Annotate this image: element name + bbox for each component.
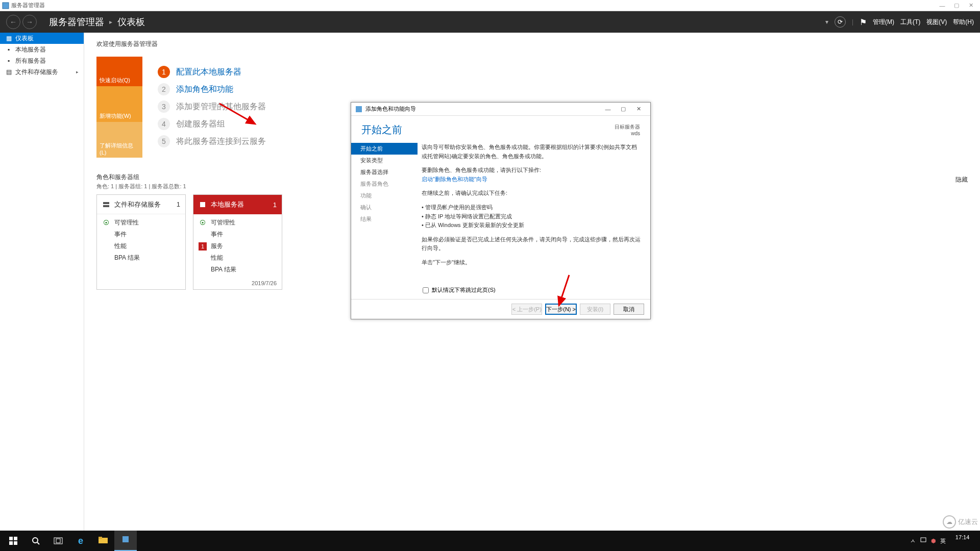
step-connect-cloud[interactable]: 5 将此服务器连接到云服务 [158, 135, 266, 147]
wizard-nav-before-begin[interactable]: 开始之前 [351, 143, 418, 155]
sidebar-item-local-server[interactable]: ▪ 本地服务器 [0, 44, 84, 55]
server-icon: ▪ [5, 46, 12, 53]
wizard-heading: 开始之前 [361, 123, 402, 137]
wizard-text: 该向导可帮助你安装角色、角色服务或功能。你需要根据组织的计算要求(例如共享文档或… [422, 143, 641, 161]
wizard-target-info: 目标服务器 wds [615, 123, 640, 136]
card-line: 可管理性 [114, 218, 139, 227]
pipe-sep: | [852, 18, 853, 26]
wizard-text: 要删除角色、角色服务或功能，请执行以下操作: [422, 167, 541, 173]
tray-clock[interactable]: 17:14 2019/7/26 [950, 534, 975, 547]
card-line: 可管理性 [211, 218, 235, 227]
remove-roles-link[interactable]: 启动"删除角色和功能"向导 [422, 176, 487, 182]
breadcrumb-root[interactable]: 服务器管理器 [49, 16, 104, 28]
app-icon [2, 2, 9, 9]
menu-help[interactable]: 帮助(H) [953, 18, 974, 27]
step-label: 添加要管理的其他服务器 [176, 102, 266, 112]
step-add-servers[interactable]: 3 添加要管理的其他服务器 [158, 101, 266, 113]
step-number: 1 [158, 66, 170, 78]
sidebar-item-label: 文件和存储服务 [15, 68, 58, 77]
wizard-close-button[interactable]: ✕ [631, 104, 646, 114]
skip-page-label: 默认情况下将跳过此页(S) [432, 286, 496, 294]
breadcrumb-current: 仪表板 [117, 16, 145, 28]
taskbar-server-manager[interactable] [114, 531, 137, 551]
step-add-roles[interactable]: 2 添加角色和功能 [158, 83, 266, 95]
taskbar-ie[interactable]: e [69, 531, 92, 551]
sidebar-item-dashboard[interactable]: ▦ 仪表板 [0, 33, 84, 44]
wizard-text: 在继续之前，请确认完成以下任务: [422, 189, 641, 198]
servers-icon: ▪ [5, 57, 12, 64]
svg-rect-1 [103, 202, 109, 204]
card-title: 本地服务器 [211, 200, 244, 209]
prev-button: < 上一步(P) [511, 304, 542, 315]
next-button[interactable]: 下一步(N) > [545, 304, 577, 315]
wizard-bullet: 已从 Windows 更新安装最新的安全更新 [422, 221, 641, 230]
watermark: ☁ 亿速云 [943, 515, 978, 529]
tile-label: 了解详细信息(L) [100, 142, 139, 156]
tray-sound-icon[interactable]: ⬢ [931, 538, 936, 544]
windows-icon [9, 537, 17, 545]
storage-icon [102, 201, 110, 209]
card-count: 1 [177, 201, 180, 208]
card-timestamp: 2019/7/26 [193, 278, 282, 289]
target-label: 目标服务器 [615, 123, 640, 131]
wizard-maximize-button[interactable]: ▢ [616, 104, 631, 114]
cancel-button[interactable]: 取消 [614, 304, 644, 315]
notifications-flag-icon[interactable]: ⚑ [860, 17, 867, 27]
wizard-nav-features: 功能 [351, 190, 418, 202]
quickstart-steps: 1 配置此本地服务器 2 添加角色和功能 3 添加要管理的其他服务器 4 创建服… [142, 57, 266, 158]
storage-icon: ▤ [5, 68, 12, 76]
tile-quickstart[interactable]: 快速启动(Q) [96, 57, 142, 86]
wizard-nav-install-type[interactable]: 安装类型 [351, 155, 418, 166]
step-configure-server[interactable]: 1 配置此本地服务器 [158, 66, 266, 78]
search-button[interactable] [24, 531, 47, 551]
start-button[interactable] [2, 531, 24, 551]
minimize-button[interactable]: — [935, 1, 949, 10]
quickstart-tiles: 快速启动(Q) 新增功能(W) 了解详细信息(L) [96, 57, 142, 158]
install-button: 安装(I) [580, 304, 610, 315]
svg-rect-3 [200, 202, 205, 207]
svg-line-12 [37, 542, 39, 544]
svg-rect-0 [3, 3, 9, 9]
forward-button[interactable]: → [22, 15, 37, 29]
step-label: 添加角色和功能 [176, 84, 233, 95]
taskbar-explorer[interactable] [92, 531, 114, 551]
tile-label: 快速启动(Q) [100, 77, 130, 84]
wizard-minimize-button[interactable]: — [600, 104, 616, 114]
step-create-group[interactable]: 4 创建服务器组 [158, 118, 266, 130]
tray-ime[interactable]: 英 [940, 537, 946, 545]
skip-page-checkbox[interactable] [423, 287, 429, 293]
maximize-button[interactable]: ▢ [949, 1, 964, 10]
wizard-nav-results: 结果 [351, 213, 418, 225]
wizard-icon [355, 106, 362, 113]
menu-tools[interactable]: 工具(T) [900, 18, 920, 27]
tile-learnmore[interactable]: 了解详细信息(L) [96, 122, 142, 158]
role-card-local-server[interactable]: 本地服务器 1 ⦿可管理性 事件 1服务 性能 BPA 结果 2019/7/26 [193, 194, 282, 290]
task-view-button[interactable] [47, 531, 69, 551]
error-badge: 1 [199, 242, 207, 251]
tile-whatsnew[interactable]: 新增功能(W) [96, 86, 142, 122]
sidebar-item-file-storage[interactable]: ▤ 文件和存储服务 ▸ [0, 66, 84, 78]
server-icon [199, 201, 207, 209]
back-button[interactable]: ← [6, 15, 20, 29]
close-button[interactable]: ✕ [964, 1, 978, 10]
card-title: 文件和存储服务 [114, 200, 161, 209]
wizard-nav-server-select[interactable]: 服务器选择 [351, 166, 418, 178]
chevron-right-icon: ▸ [76, 69, 79, 74]
menu-view[interactable]: 视图(V) [926, 18, 947, 27]
step-label: 创建服务器组 [176, 119, 225, 130]
system-tray: ㅅ ⬢ 英 17:14 2019/7/26 [910, 534, 978, 547]
tray-overflow-icon[interactable]: ㅅ [910, 537, 916, 545]
refresh-button[interactable]: ⟳ [835, 16, 846, 28]
role-card-file-storage[interactable]: 文件和存储服务 1 ⦿可管理性 事件 性能 BPA 结果 [96, 194, 186, 290]
sidebar-item-all-servers[interactable]: ▪ 所有服务器 [0, 55, 84, 66]
svg-rect-16 [99, 537, 102, 539]
svg-point-11 [33, 538, 38, 543]
hide-link[interactable]: 隐藏 [955, 176, 968, 184]
header-navbar: ← → 服务器管理器 ▸ 仪表板 ▾ ⟳ | ⚑ 管理(M) 工具(T) 视图(… [0, 11, 980, 33]
tray-network-icon[interactable] [920, 537, 927, 545]
menu-manage[interactable]: 管理(M) [873, 18, 894, 27]
sidebar-item-label: 所有服务器 [15, 57, 46, 65]
card-count: 1 [273, 201, 277, 209]
taskview-icon [54, 537, 63, 544]
dropdown-indicator[interactable]: ▾ [825, 18, 828, 26]
